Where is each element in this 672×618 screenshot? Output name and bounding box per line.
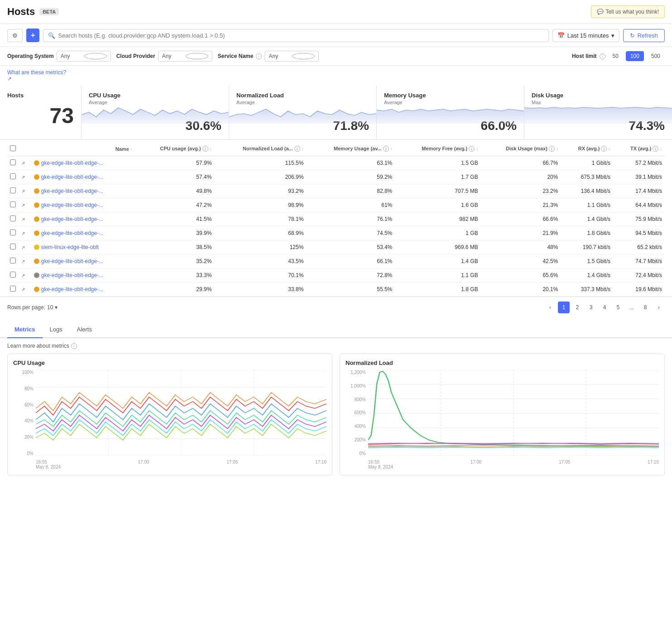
table-header: Name ↕ CPU usage (avg.) i ↕ Normalized L… [7,142,665,156]
row-checkbox-7[interactable] [10,258,16,263]
limit-option-50[interactable]: 50 [608,51,623,61]
row-checkbox-2[interactable] [10,187,16,193]
limit-option-100[interactable]: 100 [626,51,644,61]
cloud-filter-label: Cloud Provider [116,53,155,59]
expand-icon-8[interactable]: ↗ [21,273,25,278]
time-selector[interactable]: 📅 Last 15 minutes ▾ [552,29,620,42]
page-2-button[interactable]: 2 [571,302,583,313]
host-link-0[interactable]: gke-edge-lite-oblt-edge-... [41,160,103,166]
service-filter-select[interactable]: Any [264,51,319,62]
expand-icon-3[interactable]: ↗ [21,203,25,208]
expand-icon-6[interactable]: ↗ [21,245,25,250]
row-checkbox-5[interactable] [10,230,16,235]
expand-icon-7[interactable]: ↗ [21,259,25,264]
feedback-button[interactable]: 💬 Tell us what you think! [591,5,665,18]
expand-icon-9[interactable]: ↗ [21,287,25,292]
page-1-button[interactable]: 1 [558,302,570,313]
host-link-3[interactable]: gke-edge-lite-oblt-edge-... [41,202,103,208]
tab-metrics[interactable]: Metrics [7,321,43,338]
next-page-button[interactable]: › [653,302,665,313]
cpu-card-title: CPU Usage [89,92,221,99]
page-title: Hosts [7,6,35,18]
filters-bar: Operating System Any Cloud Provider Any … [0,47,672,66]
refresh-button[interactable]: ↻ Refresh [623,29,665,42]
load-chart-area [368,370,659,456]
expand-icon-0[interactable]: ↗ [21,161,25,166]
memfree-cell-6: 969.6 MB [395,240,480,254]
row-checkbox-0[interactable] [10,159,16,165]
host-os-icon-7 [34,259,39,264]
col-memory[interactable]: Memory Usage (av... i ↕ [306,142,395,156]
load-y-axis: 1,200% 1,000% 800% 600% 400% 200% 0% [346,370,366,456]
row-checkbox-9[interactable] [10,286,16,292]
add-button[interactable]: + [26,29,39,42]
row-checkbox-4[interactable] [10,216,16,221]
memory-cell-1: 59.2% [306,170,395,184]
load-chart-svg [368,370,659,456]
host-link-1[interactable]: gke-edge-lite-oblt-edge-... [41,174,103,180]
host-link-8[interactable]: gke-edge-lite-oblt-edge-... [41,272,103,278]
memfree-cell-8: 1.1 GB [395,268,480,283]
memfree-cell-7: 1.4 GB [395,254,480,268]
rx-cell-6: 190.7 kbit/s [561,240,613,254]
col-mem-free[interactable]: Memory Free (avg.) i ↕ [395,142,480,156]
rx-cell-1: 675.3 Mbit/s [561,170,613,184]
cpu-chart-svg [36,370,326,456]
filter-toggle-button[interactable]: ⚙ [7,29,23,42]
host-limit-info-icon[interactable]: i [600,53,605,59]
table-row: ↗ gke-edge-lite-oblt-edge-... 47.2% 98.9… [7,198,665,212]
row-checkbox-6[interactable] [10,244,16,249]
metrics-link-anchor[interactable]: What are these metrics? [7,69,665,76]
tab-alerts[interactable]: Alerts [70,321,99,338]
page-8-button[interactable]: 8 [639,302,651,313]
page-3-button[interactable]: 3 [585,302,597,313]
host-os-icon-4 [34,216,39,222]
table-row: ↗ gke-edge-lite-oblt-edge-... 41.5% 78.1… [7,212,665,226]
service-info-icon[interactable]: i [256,53,262,59]
metrics-link[interactable]: What are these metrics? ↗ [0,66,672,86]
page-4-button[interactable]: 4 [599,302,610,313]
col-name[interactable]: Name ↕ [31,142,135,156]
host-link-7[interactable]: gke-edge-lite-oblt-edge-... [41,258,103,264]
cloud-filter-select[interactable]: Any [158,51,212,62]
row-checkbox-3[interactable] [10,201,16,207]
host-link-2[interactable]: gke-edge-lite-oblt-edge-... [41,188,103,194]
expand-icon-4[interactable]: ↗ [21,217,25,222]
cpu-cell-4: 41.5% [135,212,214,226]
host-link-5[interactable]: gke-edge-lite-oblt-edge-... [41,230,103,236]
os-filter-select[interactable]: Any [57,51,111,62]
hosts-card-title: Hosts [7,92,74,99]
memory-summary-card: Memory Usage Average 66.0% [377,86,524,139]
prev-page-button[interactable]: ‹ [544,302,556,313]
search-input[interactable] [58,32,543,39]
row-checkbox-1[interactable] [10,173,16,179]
expand-icon-1[interactable]: ↗ [21,175,25,180]
rx-cell-8: 1.4 Gbit/s [561,268,613,283]
host-os-icon-9 [34,287,39,292]
os-filter-group: Operating System Any [7,51,111,62]
tx-cell-7: 74.7 Mbit/s [613,254,665,268]
row-checkbox-8[interactable] [10,272,16,278]
rows-per-page-selector[interactable]: Rows per page: 10 ▾ [7,304,58,311]
select-all-checkbox[interactable] [10,145,16,151]
col-disk[interactable]: Disk Usage (max) i ↕ [481,142,561,156]
host-link-6[interactable]: siem-linux-edge-lite-oblt [41,244,99,250]
tx-cell-2: 17.4 Mbit/s [613,184,665,198]
cpu-cell-1: 57.4% [135,170,214,184]
expand-icon-2[interactable]: ↗ [21,189,25,194]
col-rx[interactable]: RX (avg.) i ↕ [561,142,613,156]
host-link-4[interactable]: gke-edge-lite-oblt-edge-... [41,216,103,222]
limit-option-500[interactable]: 500 [647,51,665,61]
col-tx[interactable]: TX (avg.) i ↕ [613,142,665,156]
metrics-info-icon[interactable]: i [71,343,77,349]
rows-chevron-icon: ▾ [55,304,58,311]
page-5-button[interactable]: 5 [612,302,624,313]
load-sparkline-area [229,101,376,124]
load-x-axis: 16:55May 8, 2024 17:00 17:05 17:10 [368,460,659,469]
col-cpu[interactable]: CPU usage (avg.) i ↕ [135,142,214,156]
tab-logs[interactable]: Logs [43,321,70,338]
memory-cell-0: 63.1% [306,156,395,170]
col-load[interactable]: Normalized Load (a... i ↕ [214,142,306,156]
expand-icon-5[interactable]: ↗ [21,231,25,236]
host-link-9[interactable]: gke-edge-lite-oblt-edge-... [41,286,103,292]
